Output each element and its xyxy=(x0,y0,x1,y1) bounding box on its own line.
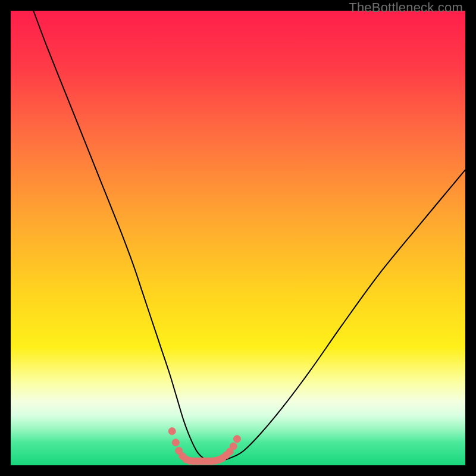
bottom-cluster-markers xyxy=(168,428,240,465)
plot-area xyxy=(11,11,465,465)
marker-dot xyxy=(230,443,237,450)
bottleneck-chart xyxy=(11,11,465,465)
watermark-label: TheBottleneck.com xyxy=(349,0,463,15)
bottleneck-curve xyxy=(33,11,465,461)
chart-frame xyxy=(11,11,465,465)
marker-dot xyxy=(233,436,240,443)
marker-dot xyxy=(172,439,179,446)
marker-dot xyxy=(168,428,176,435)
